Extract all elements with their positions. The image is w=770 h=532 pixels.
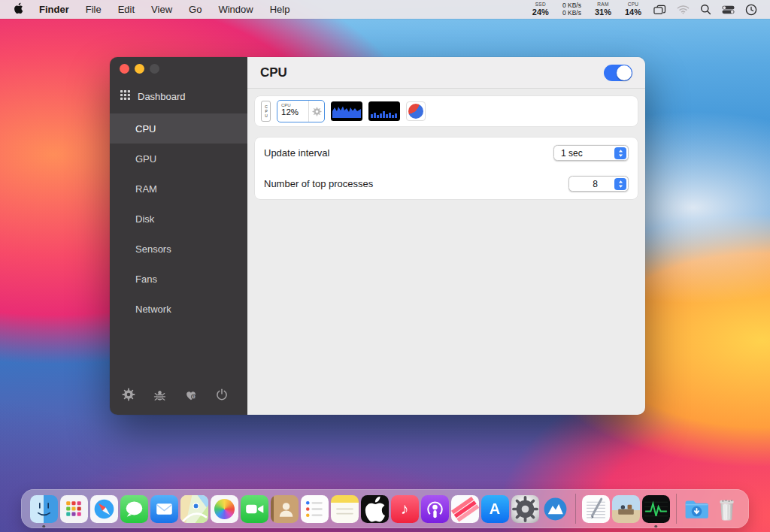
dock-notes-icon[interactable] [331, 495, 359, 523]
statusbar-search-icon[interactable] [700, 4, 711, 15]
settings-button[interactable] [120, 387, 138, 405]
sidebar-item-cpu[interactable]: CPU [110, 113, 247, 144]
statusbar-network-rates[interactable]: 0 KB/s0 KB/s [562, 2, 581, 17]
donate-button[interactable]: $ [182, 387, 200, 405]
menu-view[interactable]: View [143, 4, 180, 15]
sidebar-item-disk[interactable]: Disk [110, 204, 247, 234]
close-button[interactable] [120, 64, 129, 74]
sidebar-item-sensors[interactable]: Sensors [110, 234, 247, 264]
panel-header: CPU [247, 57, 645, 89]
widget-option-pie-chart[interactable] [406, 101, 426, 121]
module-enabled-toggle[interactable] [604, 65, 632, 81]
menu-go[interactable]: Go [180, 4, 210, 15]
dock-system-preferences-icon[interactable] [511, 495, 539, 523]
mini-widget-label: CPU [264, 104, 268, 118]
dock-tv-icon[interactable]: tv [361, 495, 389, 523]
dock-mail-icon[interactable] [150, 495, 178, 523]
dock-item-textedit [582, 489, 610, 528]
sidebar-item-network[interactable]: Network [110, 294, 247, 324]
apple-logo-icon [14, 2, 23, 17]
dock-reminders-icon[interactable] [301, 495, 329, 523]
dock-trash-icon[interactable] [713, 495, 741, 523]
widget-preview-label: CPU [281, 103, 308, 107]
widget-option-label-value-selected[interactable]: CPU 12% [277, 100, 325, 122]
widget-option-bar-chart[interactable] [368, 101, 400, 121]
statusbar-stat-ram[interactable]: RAM31% [595, 2, 611, 17]
dock-item-finder [30, 489, 58, 528]
widget-option-mini-label[interactable]: CPU [261, 101, 271, 122]
sidebar-item-dashboard[interactable]: Dashboard [110, 83, 247, 109]
sidebar-footer: $ [110, 385, 247, 407]
dock-item-launchpad [60, 489, 88, 528]
menu-edit[interactable]: Edit [110, 4, 143, 15]
dock-news-icon[interactable] [451, 495, 479, 523]
statusbar-stat-cpu[interactable]: CPU14% [625, 2, 641, 17]
widget-option-line-chart[interactable] [331, 101, 362, 121]
widget-picker: CPU CPU 12% [255, 96, 638, 126]
dock-item-reminders [301, 489, 329, 528]
dock-item-preview [612, 489, 640, 528]
update-interval-dropdown[interactable]: 1 sec [553, 145, 629, 161]
dock-mountain-app-icon[interactable] [541, 495, 569, 523]
dock-messages-icon[interactable] [120, 495, 148, 523]
setting-label-top-processes: Number of top processes [264, 178, 373, 189]
menu-bar: Finder FileEditViewGoWindowHelp SSD24%0 … [0, 0, 770, 19]
minimize-button[interactable] [135, 64, 144, 74]
dock-launchpad-icon[interactable] [60, 495, 88, 523]
statusbar-stat-ssd[interactable]: SSD24% [532, 2, 549, 17]
traffic-lights [110, 57, 247, 74]
sidebar-item-label: Dashboard [138, 91, 186, 102]
dock-separator [676, 494, 677, 524]
top-processes-value: 8 [576, 179, 614, 189]
widget-settings-gear-icon[interactable] [308, 101, 324, 122]
dock-facetime-icon[interactable] [241, 495, 268, 523]
settings-card: Update interval1 sec Number of top proce… [255, 138, 638, 199]
running-indicator [654, 525, 657, 528]
report-bug-button[interactable] [150, 387, 168, 405]
running-indicator [42, 525, 45, 528]
app-menu-finder[interactable]: Finder [31, 4, 77, 15]
menu-bar-status-area: SSD24%0 KB/s0 KB/sRAM31%CPU14% [526, 2, 762, 17]
dock-preview-icon[interactable] [612, 495, 640, 523]
setting-label-update-interval: Update interval [264, 147, 329, 159]
dock-podcasts-icon[interactable] [421, 495, 449, 523]
bar-chart-icon [368, 101, 400, 121]
statusbar-control-center-icon[interactable] [722, 5, 735, 14]
dock-maps-icon[interactable] [180, 495, 208, 523]
update-interval-value: 1 sec [561, 148, 583, 159]
sidebar: Dashboard CPUGPURAMDiskSensorsFansNetwor… [110, 57, 247, 415]
dock-downloads-icon[interactable] [683, 495, 711, 523]
dock-item-safari [90, 489, 118, 528]
statusbar-wifi-icon[interactable] [677, 5, 690, 14]
dock-item-tv: tv [361, 489, 389, 528]
statusbar-clock-icon[interactable] [745, 4, 757, 16]
stat-label: CPU [625, 2, 641, 8]
stat-value: 24% [532, 8, 549, 17]
dock-safari-icon[interactable] [90, 495, 118, 523]
stat-value: 14% [625, 8, 641, 17]
dock-separator [575, 494, 576, 524]
dock-finder-icon[interactable] [30, 495, 58, 523]
dock-item-mail [150, 489, 178, 528]
dock-app-store-icon[interactable]: A [481, 495, 509, 523]
menu-help[interactable]: Help [262, 4, 299, 15]
dock-photos-icon[interactable] [211, 495, 238, 523]
top-processes-dropdown[interactable]: 8 [568, 176, 629, 192]
dropdown-stepper-icon [614, 147, 626, 159]
dock-activity-monitor-icon[interactable] [642, 495, 670, 523]
setting-row-update-interval: Update interval1 sec [255, 138, 638, 168]
setting-row-top-processes: Number of top processes8 [255, 168, 638, 199]
dock-textedit-icon[interactable] [582, 495, 610, 523]
dock-music-icon[interactable]: ♪ [391, 495, 419, 523]
quit-button[interactable] [213, 387, 231, 405]
sidebar-item-gpu[interactable]: GPU [110, 144, 247, 174]
menu-file[interactable]: File [77, 4, 110, 15]
dock-item-contacts [271, 489, 299, 528]
apple-menu[interactable] [8, 2, 31, 17]
menu-window[interactable]: Window [210, 4, 261, 15]
statusbar-windows-icon[interactable] [653, 5, 666, 15]
dock-contacts-icon[interactable] [271, 495, 299, 523]
widget-preview-value: 12% [281, 108, 308, 117]
sidebar-item-ram[interactable]: RAM [110, 174, 247, 204]
sidebar-item-fans[interactable]: Fans [110, 264, 247, 294]
